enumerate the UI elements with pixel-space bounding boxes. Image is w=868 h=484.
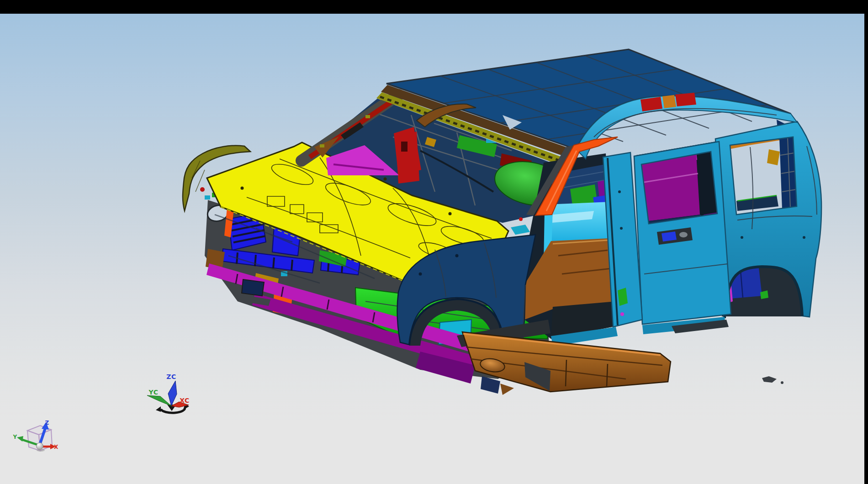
car-body-model[interactable] [183,49,821,395]
wcs-z-axis[interactable] [168,381,177,406]
view-orientation-triad[interactable]: Z Y X [12,420,58,452]
wcs-z-label: ZC [166,373,176,380]
view-z-label: Z [45,420,49,426]
window-right-bar [864,0,868,484]
wcs-y-label: YC [148,389,159,396]
bumper-lower-navy[interactable] [242,279,264,296]
debris-marks [762,376,783,384]
view-x-label: X [54,444,58,450]
origin-sphere [37,443,43,450]
wcs-y-axis[interactable] [147,395,171,406]
model-canvas[interactable]: ZC YC XC Z Y X [0,14,864,484]
wcs-triad[interactable]: ZC YC XC [147,373,190,413]
wcs-x-label: XC [180,397,190,404]
view-y-label: Y [12,434,17,440]
window-top-bar [0,0,868,14]
view-y-axis[interactable] [17,436,23,442]
3d-viewport[interactable]: ZC YC XC Z Y X [0,14,864,484]
